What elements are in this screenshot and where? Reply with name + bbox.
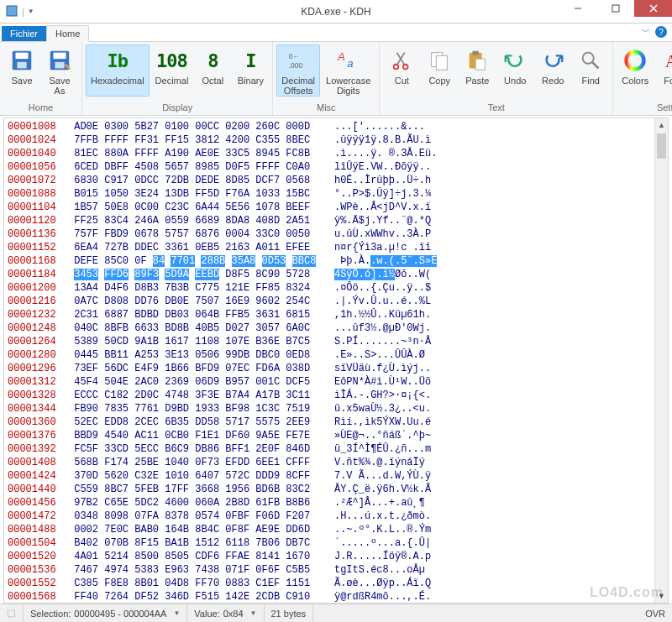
status-selection[interactable]: Selection: 00000495 - 000004AA ▼ [24, 604, 187, 622]
group-home: Save Save As Home [0, 42, 82, 115]
group-label-misc: Misc [273, 101, 379, 115]
svg-text:A: A [665, 52, 672, 71]
octal-button[interactable]: 8 Octal [194, 44, 231, 97]
group-settings: Colors A Font Layout Settings [613, 42, 672, 115]
copy-button[interactable]: Copy [421, 44, 458, 97]
decimal-offsets-icon: 0←.000 [285, 47, 312, 74]
chevron-down-icon[interactable]: ▼ [173, 609, 180, 617]
svg-rect-20 [473, 51, 480, 55]
decimal-offsets-button[interactable]: 0←.000 Decimal Offsets [276, 44, 320, 97]
group-display: Ib Hexadecimal 108 Decimal 8 Octal I Bin… [82, 42, 273, 115]
svg-line-23 [592, 62, 599, 69]
colors-icon [622, 47, 648, 74]
hexadecimal-button[interactable]: Ib Hexadecimal [86, 44, 150, 97]
cut-button[interactable]: Cut [383, 44, 420, 97]
paste-icon [464, 47, 491, 74]
save-as-button[interactable]: Save As [41, 44, 78, 97]
save-as-icon [46, 47, 73, 74]
svg-text:.000: .000 [289, 61, 303, 70]
octal-icon: 8 [199, 47, 226, 74]
save-icon [8, 47, 35, 74]
svg-text:a: a [347, 57, 353, 70]
minimize-button[interactable] [559, 0, 596, 17]
status-bytes: 21 bytes [265, 604, 314, 622]
hex-editor[interactable]: 00001008 AD0E 0300 5B27 0100 00CC 0200 2… [3, 118, 669, 604]
svg-text:A: A [337, 50, 345, 63]
maximize-button[interactable] [596, 0, 634, 17]
scroll-up-icon[interactable]: ▲ [655, 118, 668, 132]
svg-point-24 [627, 52, 644, 70]
svg-rect-29 [8, 610, 15, 617]
copy-icon [426, 47, 453, 74]
decimal-icon: 108 [158, 47, 185, 74]
binary-button[interactable]: I Binary [232, 44, 269, 97]
find-icon [577, 47, 604, 74]
help-icon[interactable]: ? [655, 26, 667, 38]
lowercase-digits-button[interactable]: Aa Lowercase Digits [321, 44, 375, 97]
save-button[interactable]: Save [3, 44, 40, 97]
svg-point-15 [394, 65, 399, 70]
lowercase-icon: Aa [335, 47, 362, 74]
ribbon-tabs: Fichier Home ﹀ ? [0, 24, 672, 42]
paste-button[interactable]: Paste [459, 44, 496, 97]
status-bar: Selection: 00000495 - 000004AA ▼ Value: … [0, 604, 672, 622]
decimal-button[interactable]: 108 Decimal [150, 44, 194, 97]
redo-button[interactable]: Redo [534, 44, 571, 97]
svg-rect-21 [475, 59, 485, 70]
group-label-settings: Settings [613, 101, 672, 115]
watermark: LO4D.com [590, 585, 664, 600]
collapse-ribbon-icon[interactable]: ﹀ [642, 26, 650, 38]
titlebar: | ▼ KDA.exe - KDH [0, 0, 672, 24]
binary-icon: I [237, 47, 264, 74]
group-label-display: Display [82, 101, 272, 115]
hex-icon: Ib [104, 47, 131, 74]
group-text: Cut Copy Paste Undo Redo Find [380, 42, 613, 115]
undo-icon [501, 47, 528, 74]
svg-rect-10 [55, 62, 64, 69]
svg-rect-18 [437, 55, 448, 70]
font-icon: A [659, 47, 672, 74]
svg-point-16 [403, 65, 408, 70]
svg-point-22 [583, 53, 594, 64]
font-button[interactable]: A Font [654, 44, 672, 97]
chevron-down-icon[interactable]: ▼ [250, 609, 257, 617]
status-value[interactable]: Value: 0x84 ▼ [187, 604, 264, 622]
find-button[interactable]: Find [572, 44, 609, 97]
svg-rect-9 [54, 53, 66, 60]
status-ovr[interactable]: OVR [638, 604, 672, 622]
svg-text:0←: 0← [289, 52, 300, 60]
svg-rect-7 [17, 62, 26, 69]
scroll-thumb[interactable] [657, 133, 666, 159]
tab-home[interactable]: Home [46, 25, 89, 42]
ribbon: Save Save As Home Ib Hexadecimal 108 Dec… [0, 42, 672, 116]
close-button[interactable] [634, 0, 672, 17]
svg-rect-6 [16, 53, 29, 60]
group-label-home: Home [0, 101, 81, 115]
colors-button[interactable]: Colors [617, 44, 654, 97]
tab-file[interactable]: Fichier [2, 26, 46, 41]
cut-icon [388, 47, 415, 74]
status-select-icon[interactable] [0, 604, 24, 622]
group-label-text: Text [380, 101, 612, 115]
redo-icon [539, 47, 566, 74]
undo-button[interactable]: Undo [496, 44, 533, 97]
group-misc: 0←.000 Decimal Offsets Aa Lowercase Digi… [273, 42, 380, 115]
vertical-scrollbar[interactable]: ▲ ▼ [654, 118, 668, 603]
svg-rect-2 [612, 5, 619, 12]
window-buttons [559, 0, 672, 17]
